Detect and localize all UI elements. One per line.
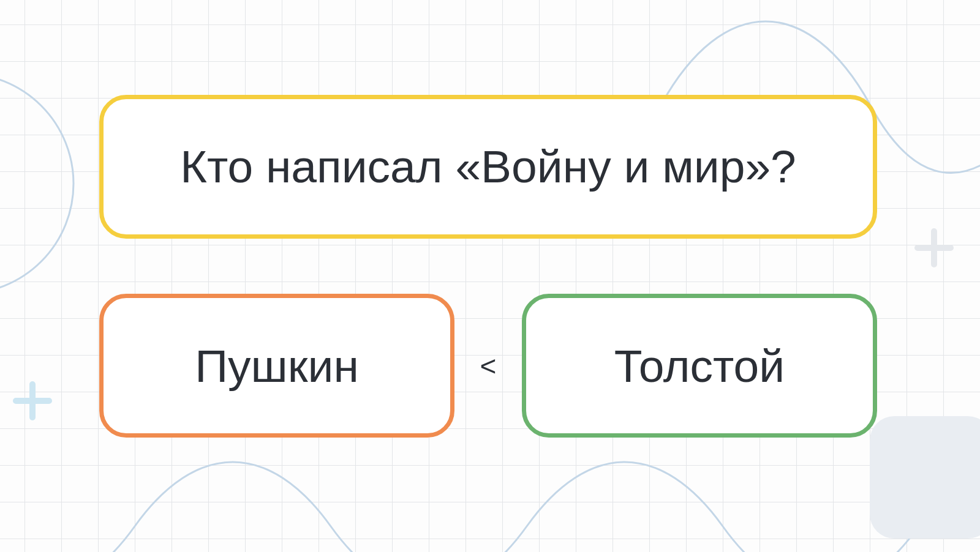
quiz-canvas: Кто написал «Войну и мир»? Пушкин < Толс… [0,0,980,552]
answer-card-right[interactable]: Толстой [522,294,877,438]
answer-text-right: Толстой [614,340,785,392]
question-card: Кто написал «Войну и мир»? [99,95,877,239]
comparator-symbol: < [454,349,522,382]
answer-text-left: Пушкин [195,340,359,392]
answer-row: Пушкин < Толстой [99,294,877,438]
rounded-square-decoration [870,416,980,539]
grid-background [0,0,980,552]
plus-icon-right [913,226,956,276]
question-text: Кто написал «Войну и мир»? [180,141,796,192]
answer-card-left[interactable]: Пушкин [99,294,454,438]
plus-icon-left [11,379,54,429]
